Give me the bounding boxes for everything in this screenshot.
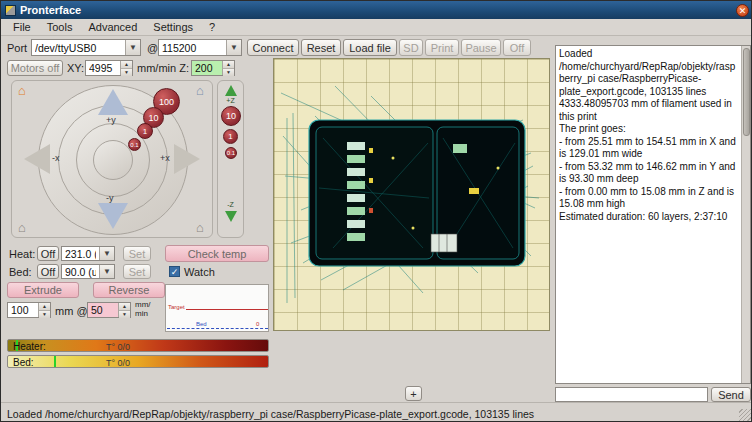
graph-bed-line bbox=[167, 328, 268, 329]
zoom-in-button[interactable]: + bbox=[405, 386, 422, 401]
baud-input[interactable] bbox=[159, 40, 226, 55]
menu-advanced[interactable]: Advanced bbox=[80, 20, 145, 34]
z-feed-spinner[interactable]: ▲▼ bbox=[191, 60, 235, 76]
menu-tools[interactable]: Tools bbox=[39, 20, 81, 34]
jog-pad: +y -y -x +x ⌂ ⌂ ⌂ ⌂ 100 10 1 0.1 bbox=[11, 80, 213, 238]
jog-ring-01[interactable] bbox=[93, 140, 133, 180]
spin-up-icon[interactable]: ▲ bbox=[39, 303, 50, 311]
jog-y-plus-label: +y bbox=[106, 115, 116, 125]
heat-set-button[interactable]: Set bbox=[123, 246, 151, 261]
port-input[interactable] bbox=[32, 40, 125, 55]
port-combo[interactable]: ▼ bbox=[31, 39, 141, 56]
baud-combo[interactable]: ▼ bbox=[158, 39, 242, 56]
xy-feed-input[interactable] bbox=[86, 61, 120, 75]
spin-down-icon[interactable]: ▼ bbox=[223, 69, 234, 76]
motors-off-button[interactable]: Motors off bbox=[7, 60, 63, 76]
bed-temp-combo[interactable]: ▼ bbox=[61, 264, 115, 279]
home-all-icon[interactable]: ⌂ bbox=[18, 84, 26, 97]
log-scrollbar[interactable] bbox=[741, 46, 750, 383]
port-dropdown-icon[interactable]: ▼ bbox=[125, 40, 140, 55]
jog-x-plus-arrow[interactable] bbox=[174, 144, 200, 174]
command-input[interactable] bbox=[555, 387, 708, 402]
print-button[interactable]: Print bbox=[425, 39, 459, 56]
reverse-button[interactable]: Reverse bbox=[93, 282, 165, 298]
bed-set-button[interactable]: Set bbox=[123, 264, 151, 279]
xy-feed-spinner[interactable]: ▲▼ bbox=[85, 60, 133, 76]
send-button[interactable]: Send bbox=[711, 387, 751, 402]
home-x-icon[interactable]: ⌂ bbox=[18, 221, 26, 234]
jog-step-1[interactable]: 1 bbox=[137, 123, 153, 139]
jog-x-plus-label: +x bbox=[160, 153, 170, 163]
z-step-1[interactable]: 1 bbox=[223, 129, 238, 144]
extrude-button[interactable]: Extrude bbox=[7, 282, 79, 298]
jog-y-minus-arrow[interactable] bbox=[98, 203, 128, 229]
spin-up-icon[interactable]: ▲ bbox=[119, 303, 130, 311]
spin-down-icon[interactable]: ▼ bbox=[119, 311, 130, 318]
menu-file[interactable]: File bbox=[5, 20, 39, 34]
extrude-length-input[interactable] bbox=[8, 303, 38, 317]
check-temp-button[interactable]: Check temp bbox=[165, 245, 269, 262]
reset-button[interactable]: Reset bbox=[301, 39, 341, 56]
bed-off-button[interactable]: Off bbox=[37, 264, 59, 279]
xy-feed-label: XY: bbox=[67, 62, 84, 74]
z-minus-arrow[interactable] bbox=[225, 211, 237, 222]
watch-checkbox[interactable]: ✓ bbox=[169, 266, 180, 277]
extrude-speed-input[interactable] bbox=[88, 303, 118, 317]
jog-y-plus-arrow[interactable] bbox=[98, 89, 128, 115]
log-output[interactable]: Loaded /home/churchyard/RepRap/objekty/r… bbox=[555, 45, 751, 384]
home-y-icon[interactable]: ⌂ bbox=[196, 84, 204, 97]
jog-x-minus-arrow[interactable] bbox=[24, 144, 50, 174]
heat-label: Heat: bbox=[9, 248, 35, 260]
heat-temp-input[interactable] bbox=[62, 247, 99, 260]
jog-step-01[interactable]: 0.1 bbox=[128, 138, 141, 151]
gcode-canvas[interactable] bbox=[273, 58, 550, 331]
off-button[interactable]: Off bbox=[503, 39, 531, 56]
graph-bed-label: Bed bbox=[196, 321, 207, 327]
log-scrollbar-thumb[interactable] bbox=[743, 48, 750, 136]
pronterface-window: Pronterface ✕ File Tools Advanced Settin… bbox=[0, 0, 752, 422]
app-icon bbox=[5, 5, 16, 16]
bed-dropdown-icon[interactable]: ▼ bbox=[99, 265, 114, 278]
heat-off-button[interactable]: Off bbox=[37, 246, 59, 261]
watch-label: Watch bbox=[184, 266, 215, 278]
extrude-speed-spinner[interactable]: ▲▼ bbox=[87, 302, 131, 318]
home-z-icon[interactable]: ⌂ bbox=[196, 221, 204, 234]
baud-dropdown-icon[interactable]: ▼ bbox=[226, 40, 241, 55]
z-step-10[interactable]: 10 bbox=[221, 106, 241, 126]
heat-temp-combo[interactable]: ▼ bbox=[61, 246, 115, 261]
graph-target-line bbox=[186, 309, 268, 310]
menu-settings[interactable]: Settings bbox=[145, 20, 201, 34]
at-label: @ bbox=[147, 42, 158, 54]
spin-down-icon[interactable]: ▼ bbox=[39, 311, 50, 318]
bed-gauge-label: Bed: bbox=[13, 357, 34, 368]
z-step-01[interactable]: 0.1 bbox=[225, 147, 237, 159]
z-feed-label: mm/min Z: bbox=[137, 62, 189, 74]
heat-dropdown-icon[interactable]: ▼ bbox=[99, 247, 114, 260]
bed-temp-input[interactable] bbox=[62, 265, 99, 278]
bed-label: Bed: bbox=[9, 266, 32, 278]
spin-up-icon[interactable]: ▲ bbox=[121, 61, 132, 69]
mm-min-label: mm/ min bbox=[135, 300, 151, 318]
z-minus-label: -Z bbox=[218, 201, 243, 208]
z-plus-label: +Z bbox=[218, 97, 243, 104]
z-feed-input[interactable] bbox=[192, 61, 222, 75]
log-text: Loaded /home/churchyard/RepRap/objekty/r… bbox=[559, 48, 738, 223]
sd-button[interactable]: SD bbox=[399, 39, 423, 56]
z-plus-arrow[interactable] bbox=[225, 85, 237, 96]
connect-button[interactable]: Connect bbox=[247, 39, 299, 56]
menu-help[interactable]: ? bbox=[201, 20, 223, 34]
port-label: Port bbox=[7, 42, 27, 54]
statusbar-text: Loaded /home/churchyard/RepRap/objekty/r… bbox=[7, 408, 534, 420]
spin-down-icon[interactable]: ▼ bbox=[121, 69, 132, 76]
heater-gauge-value: T° 0/0 bbox=[106, 342, 130, 352]
pause-button[interactable]: Pause bbox=[461, 39, 501, 56]
resize-grip[interactable] bbox=[739, 409, 751, 421]
bed-gauge-value: T° 0/0 bbox=[106, 358, 130, 368]
graph-zero-label: 0 bbox=[256, 321, 259, 327]
extrude-length-spinner[interactable]: ▲▼ bbox=[7, 302, 51, 318]
titlebar[interactable]: Pronterface ✕ bbox=[1, 1, 752, 19]
spin-up-icon[interactable]: ▲ bbox=[223, 61, 234, 69]
mm-at-label: mm @ bbox=[55, 305, 88, 317]
close-icon[interactable]: ✕ bbox=[736, 4, 749, 17]
load-file-button[interactable]: Load file bbox=[343, 39, 397, 56]
